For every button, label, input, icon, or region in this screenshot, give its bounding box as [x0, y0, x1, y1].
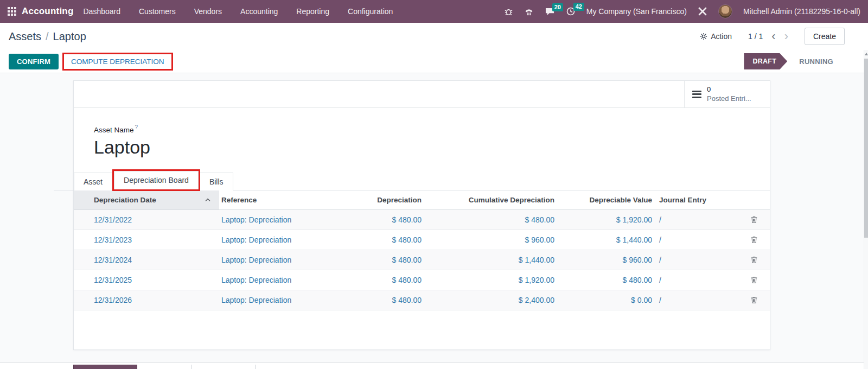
cell-date: 12/31/2026 [74, 296, 219, 304]
cell-reference: Laptop: Depreciation [219, 236, 315, 244]
cell-depreciation: $ 480.00 [315, 236, 424, 244]
cell-journal: / [654, 236, 714, 244]
debug-tools-icon[interactable] [698, 7, 707, 16]
scroll-up-arrow[interactable] [865, 53, 868, 55]
apps-grid-icon[interactable] [8, 7, 16, 16]
tab-bills[interactable]: Bills [200, 173, 233, 190]
cell-journal: / [654, 276, 714, 284]
cell-date: 12/31/2022 [74, 215, 219, 224]
header-depreciable-value[interactable]: Depreciable Value [557, 196, 654, 204]
help-tooltip-mark[interactable]: ? [135, 124, 138, 130]
depreciation-table-body: 12/31/2022Laptop: Depreciation$ 480.00$ … [74, 210, 770, 310]
nav-menu-item-vendors[interactable]: Vendors [194, 7, 222, 16]
header-journal-entry[interactable]: Journal Entry [654, 196, 714, 204]
cell-journal: / [654, 296, 714, 304]
chatter-separator [191, 365, 192, 369]
cell-cumulative: $ 960.00 [424, 236, 557, 244]
user-name[interactable]: Mitchell Admin (21182295-16-0-all) [743, 7, 860, 16]
breadcrumb-separator: / [46, 30, 49, 43]
cell-depreciable: $ 480.00 [557, 276, 654, 284]
table-row[interactable]: 12/31/2025Laptop: Depreciation$ 480.00$ … [74, 270, 770, 290]
cell-depreciable: $ 1,440.00 [557, 236, 654, 244]
messages-icon[interactable]: 20 [545, 7, 555, 16]
nav-menu-item-reporting[interactable]: Reporting [296, 7, 329, 16]
chatter-separator [255, 365, 256, 369]
posted-entries-button[interactable]: 0 Posted Entri... [684, 81, 770, 107]
compute-depreciation-button[interactable]: COMPUTE DEPRECIATION [64, 54, 171, 69]
delete-row-button[interactable] [714, 276, 770, 284]
asset-form-sheet: 0 Posted Entri... Asset Name? Laptop Ass… [73, 80, 770, 350]
scrollbar-thumb[interactable] [864, 59, 868, 238]
cell-reference: Laptop: Depreciation [219, 276, 315, 284]
trash-icon [750, 256, 758, 264]
nav-menu-item-accounting[interactable]: Accounting [240, 7, 278, 16]
voip-phone-icon[interactable] [524, 7, 534, 16]
table-row[interactable]: 12/31/2023Laptop: Depreciation$ 480.00$ … [74, 230, 770, 250]
nav-menu-item-customers[interactable]: Customers [139, 7, 176, 16]
table-header-row: Depreciation Date Reference Depreciation… [74, 190, 770, 210]
cell-date: 12/31/2025 [74, 276, 219, 284]
header-cumulative-depreciation[interactable]: Cumulative Depreciation [424, 196, 557, 204]
user-avatar[interactable] [718, 4, 732, 18]
journal-entries-icon [692, 89, 701, 99]
control-panel: Assets / Laptop Action 1 / 1 ‹ › Create [0, 23, 868, 50]
asset-name-value[interactable]: Laptop [94, 137, 770, 158]
delete-row-button[interactable] [714, 215, 770, 224]
cell-date: 12/31/2023 [74, 236, 219, 244]
confirm-button[interactable]: CONFIRM [9, 54, 59, 69]
cell-depreciation: $ 480.00 [315, 296, 424, 304]
status-draft-badge[interactable]: DRAFT [744, 53, 787, 69]
nav-menu-item-dashboard[interactable]: Dashboard [84, 7, 121, 16]
annotation-box-compute: COMPUTE DEPRECIATION [62, 53, 173, 71]
posted-entries-count: 0 [707, 85, 751, 94]
cell-cumulative: $ 2,400.00 [424, 296, 557, 304]
cell-depreciable: $ 0.00 [557, 296, 654, 304]
vertical-scrollbar[interactable] [864, 50, 868, 369]
cell-reference: Laptop: Depreciation [219, 215, 315, 224]
cell-journal: / [654, 215, 714, 224]
pager: 1 / 1 ‹ › [748, 30, 788, 42]
delete-row-button[interactable] [714, 236, 770, 244]
breadcrumb-assets-link[interactable]: Assets [9, 30, 41, 43]
tab-depreciation-board[interactable]: Depreciation Board [114, 171, 199, 189]
main-content: 0 Posted Entri... Asset Name? Laptop Ass… [0, 73, 868, 369]
activities-clock-icon[interactable]: 42 [566, 7, 576, 16]
delete-row-button[interactable] [714, 256, 770, 264]
header-depreciation[interactable]: Depreciation [315, 196, 424, 204]
cell-reference: Laptop: Depreciation [219, 296, 315, 304]
notebook-tabs: Asset Depreciation Board Bills [54, 169, 770, 190]
nav-menu: DashboardCustomersVendorsAccountingRepor… [84, 7, 393, 16]
header-reference[interactable]: Reference [219, 196, 315, 204]
nav-menu-item-configuration[interactable]: Configuration [348, 7, 393, 16]
cell-cumulative: $ 1,920.00 [424, 276, 557, 284]
bug-icon[interactable] [504, 7, 513, 16]
delete-row-button[interactable] [714, 296, 770, 304]
header-depreciation-date[interactable]: Depreciation Date [74, 190, 219, 209]
table-row[interactable]: 12/31/2022Laptop: Depreciation$ 480.00$ … [74, 210, 770, 230]
table-row[interactable]: 12/31/2024Laptop: Depreciation$ 480.00$ … [74, 250, 770, 270]
tab-asset[interactable]: Asset [74, 173, 112, 190]
pager-previous-button[interactable]: ‹ [771, 30, 775, 42]
app-name[interactable]: Accounting [22, 6, 74, 17]
cell-date: 12/31/2024 [74, 256, 219, 264]
action-menu-button[interactable]: Action [700, 32, 732, 41]
trash-icon [750, 236, 758, 244]
gear-icon [700, 33, 707, 40]
cell-depreciation: $ 480.00 [315, 276, 424, 284]
asset-name-label: Asset Name? [94, 124, 770, 134]
activities-count-badge: 42 [573, 3, 584, 11]
pager-next-button[interactable]: › [784, 30, 788, 42]
trash-icon [750, 276, 758, 284]
status-running[interactable]: RUNNING [799, 58, 833, 66]
send-message-button-fragment[interactable] [73, 365, 137, 369]
create-button[interactable]: Create [805, 28, 845, 45]
cell-depreciation: $ 480.00 [315, 256, 424, 264]
company-switcher[interactable]: My Company (San Francisco) [586, 7, 687, 16]
cell-depreciation: $ 480.00 [315, 215, 424, 224]
cell-cumulative: $ 1,440.00 [424, 256, 557, 264]
chatter-strip [0, 362, 864, 369]
breadcrumb-current: Laptop [53, 30, 86, 43]
sort-asc-icon [205, 198, 210, 202]
button-box: 0 Posted Entri... [74, 81, 770, 108]
table-row[interactable]: 12/31/2026Laptop: Depreciation$ 480.00$ … [74, 290, 770, 310]
